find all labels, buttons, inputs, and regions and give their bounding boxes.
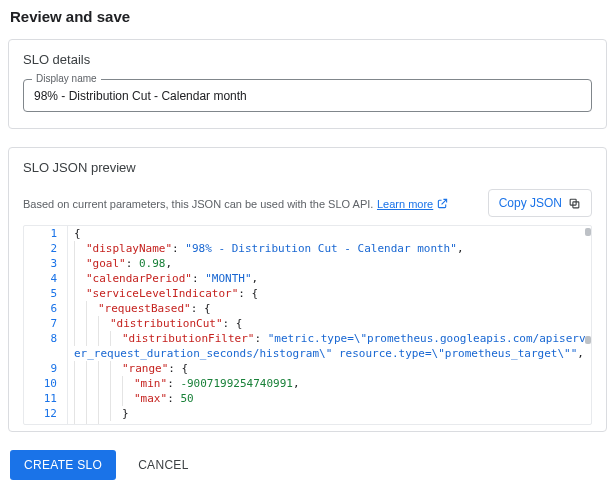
code-line: 2"displayName": "98% - Distribution Cut …	[24, 241, 591, 256]
line-number: 4	[24, 271, 68, 286]
line-number: 12	[24, 406, 68, 421]
json-help-text: Based on current parameters, this JSON c…	[23, 198, 373, 210]
code-line: 4"calendarPeriod": "MONTH",	[24, 271, 591, 286]
cancel-button[interactable]: CANCEL	[138, 458, 188, 472]
code-content: "serviceLevelIndicator": {	[68, 286, 258, 301]
code-content: "requestBased": {	[68, 301, 211, 316]
copy-json-button[interactable]: Copy JSON	[488, 189, 592, 217]
code-content: }	[68, 421, 117, 425]
code-scrollbar[interactable]	[585, 226, 591, 424]
code-content: {	[68, 226, 81, 241]
json-code-viewer[interactable]: 1{2"displayName": "98% - Distribution Cu…	[23, 225, 592, 425]
display-name-field-wrap: Display name	[23, 79, 592, 112]
code-content: "distributionCut": {	[68, 316, 242, 331]
code-content: "min": -9007199254740991,	[68, 376, 300, 391]
line-number: 10	[24, 376, 68, 391]
code-content: }	[68, 406, 129, 421]
slo-details-title: SLO details	[23, 52, 592, 67]
footer-actions: CREATE SLO CANCEL	[0, 440, 615, 490]
code-line: 8"distributionFilter": "metric.type=\"pr…	[24, 331, 591, 361]
page-title: Review and save	[0, 0, 615, 39]
json-help-row: Based on current parameters, this JSON c…	[23, 189, 592, 217]
learn-more-link[interactable]: Learn more	[377, 198, 448, 210]
code-content: "goal": 0.98,	[68, 256, 172, 271]
line-number: 5	[24, 286, 68, 301]
line-number: 9	[24, 361, 68, 376]
code-line: 10"min": -9007199254740991,	[24, 376, 591, 391]
code-content: "calendarPeriod": "MONTH",	[68, 271, 258, 286]
display-name-label: Display name	[32, 73, 101, 84]
code-line: 13}	[24, 421, 591, 425]
line-number: 11	[24, 391, 68, 406]
copy-json-label: Copy JSON	[499, 196, 562, 210]
line-number: 2	[24, 241, 68, 256]
line-number: 3	[24, 256, 68, 271]
create-slo-button[interactable]: CREATE SLO	[10, 450, 116, 480]
slo-details-card: SLO details Display name	[8, 39, 607, 129]
code-content: "range": {	[68, 361, 188, 376]
code-line: 5"serviceLevelIndicator": {	[24, 286, 591, 301]
line-number: 13	[24, 421, 68, 425]
display-name-input[interactable]	[34, 89, 581, 103]
code-line: 9"range": {	[24, 361, 591, 376]
code-content: "max": 50	[68, 391, 194, 406]
code-line: 6"requestBased": {	[24, 301, 591, 316]
json-preview-card: SLO JSON preview Based on current parame…	[8, 147, 607, 432]
json-preview-title: SLO JSON preview	[23, 160, 592, 175]
code-line: 11"max": 50	[24, 391, 591, 406]
code-line: 12}	[24, 406, 591, 421]
code-content: "displayName": "98% - Distribution Cut -…	[68, 241, 464, 256]
copy-icon	[568, 197, 581, 210]
line-number: 6	[24, 301, 68, 316]
line-number: 1	[24, 226, 68, 241]
external-link-icon	[437, 198, 448, 209]
learn-more-label: Learn more	[377, 198, 433, 210]
code-content: "distributionFilter": "metric.type=\"pro…	[68, 331, 591, 361]
code-line: 7"distributionCut": {	[24, 316, 591, 331]
code-line: 3"goal": 0.98,	[24, 256, 591, 271]
line-number: 7	[24, 316, 68, 331]
code-line: 1{	[24, 226, 591, 241]
line-number: 8	[24, 331, 68, 361]
